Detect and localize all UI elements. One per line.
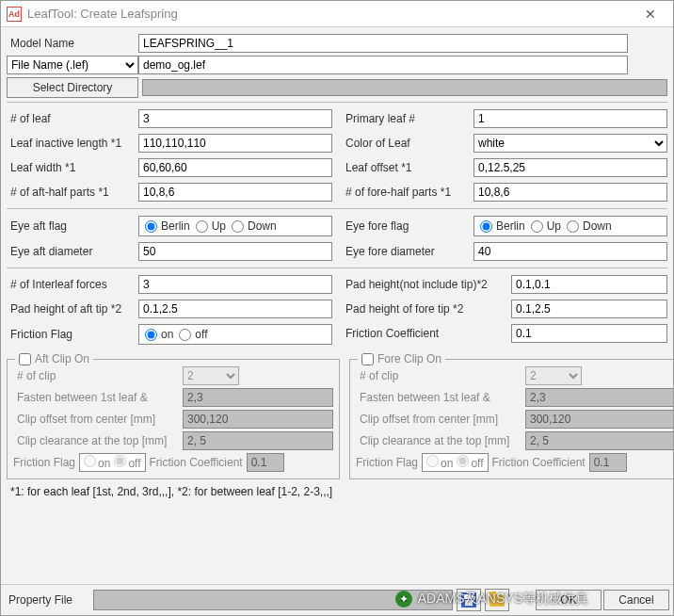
fore-clearance-label: Clip clearance at the top [mm] (356, 434, 525, 447)
dialog-window: Ad LeafTool: Create Leafspring ✕ Model N… (0, 0, 674, 616)
color-leaf-label: Color of Leaf (342, 137, 473, 150)
eye-aft-up-radio[interactable] (196, 220, 208, 233)
aft-clip-friction-coef-input (247, 453, 284, 472)
cancel-button[interactable]: Cancel (603, 590, 669, 610)
eye-fore-dia-input[interactable] (473, 242, 667, 261)
friction-on-radio[interactable] (145, 329, 157, 341)
footnote-text: *1: for each leaf [1st, 2nd, 3rd,,,], *2… (7, 479, 667, 504)
fore-clip-friction-on-radio (426, 455, 439, 467)
interleaf-forces-input[interactable] (138, 275, 332, 294)
fore-clip-friction-off-radio (457, 455, 469, 467)
aft-clearance-input (183, 431, 333, 450)
eye-fore-dia-label: Eye fore diameter (342, 245, 473, 258)
pad-fore-tip-label: Pad height of fore tip *2 (342, 302, 511, 316)
friction-coef-input[interactable] (511, 324, 667, 343)
pad-aft-tip-label: Pad height of aft tip *2 (7, 302, 138, 316)
aft-offset-label: Clip offset from center [mm] (13, 413, 183, 426)
eye-aft-flag-radios[interactable]: Berlin Up Down (138, 216, 332, 236)
aft-clip-checkbox[interactable] (19, 353, 31, 365)
property-file-label: Property File (5, 593, 89, 607)
titlebar: Ad LeafTool: Create Leafspring ✕ (1, 1, 673, 27)
save-button[interactable] (457, 589, 481, 611)
aft-clip-friction-flag-label: Friction Flag (13, 456, 75, 469)
primary-leaf-input[interactable] (473, 109, 667, 128)
fore-clip-checkbox[interactable] (361, 353, 374, 365)
aft-clip-legend: Aft Clip On (35, 352, 89, 365)
friction-flag-radios[interactable]: on off (138, 324, 332, 345)
pad-height-input[interactable] (511, 275, 667, 294)
fore-clip-friction-coef-input (589, 453, 627, 472)
fore-half-parts-label: # of fore-half parts *1 (342, 186, 473, 199)
fore-half-parts-input[interactable] (473, 183, 667, 202)
friction-coef-label: Friction Coefficient (342, 327, 511, 340)
fore-fasten-input (525, 388, 673, 407)
friction-flag-label: Friction Flag (7, 328, 138, 341)
leaf-width-label: Leaf width *1 (7, 161, 138, 174)
fore-offset-label: Clip offset from center [mm] (356, 413, 525, 426)
eye-aft-down-radio[interactable] (232, 220, 244, 233)
dialog-content: Model Name File Name (.lef) Select Direc… (1, 27, 673, 584)
aft-half-parts-label: # of aft-half parts *1 (7, 186, 138, 199)
aft-half-parts-input[interactable] (138, 183, 332, 202)
aft-clip-friction-coef-label: Friction Coefficient (150, 456, 243, 469)
eye-fore-up-radio[interactable] (531, 220, 543, 233)
eye-aft-berlin-radio[interactable] (145, 220, 157, 233)
fore-offset-input (525, 410, 673, 429)
fore-clip-fieldset: Fore Clip On # of clip 2 Fasten between … (349, 359, 673, 479)
primary-leaf-label: Primary leaf # (342, 112, 473, 125)
aft-fasten-input (183, 388, 333, 407)
leaf-offset-input[interactable] (473, 158, 667, 177)
aft-fasten-label: Fasten between 1st leaf & (13, 391, 183, 404)
fore-clip-friction-radios: on off (422, 453, 488, 472)
leaf-offset-label: Leaf offset *1 (342, 161, 473, 174)
model-name-input[interactable] (138, 34, 628, 53)
eye-fore-flag-radios[interactable]: Berlin Up Down (473, 216, 667, 236)
browse-button[interactable] (485, 589, 509, 611)
num-leaf-input[interactable] (138, 109, 332, 128)
select-directory-button[interactable]: Select Directory (7, 77, 138, 98)
file-name-input[interactable] (138, 56, 628, 74)
eye-aft-dia-label: Eye aft diameter (7, 245, 138, 258)
directory-path-display (142, 79, 667, 96)
pad-aft-tip-input[interactable] (138, 300, 332, 318)
interleaf-forces-label: # of Interleaf forces (7, 278, 138, 291)
pad-fore-tip-input[interactable] (511, 300, 667, 318)
eye-fore-berlin-radio[interactable] (480, 220, 492, 233)
eye-fore-down-radio[interactable] (567, 220, 579, 233)
ok-button[interactable]: OK (536, 590, 602, 610)
file-name-select[interactable]: File Name (.lef) (7, 56, 138, 74)
eye-aft-dia-input[interactable] (138, 242, 332, 261)
fore-clip-friction-flag-label: Friction Flag (356, 456, 418, 469)
eye-fore-flag-label: Eye fore flag (342, 219, 473, 233)
eye-aft-flag-label: Eye aft flag (7, 219, 138, 233)
save-icon (461, 592, 476, 608)
aft-offset-input (183, 410, 333, 429)
fore-num-clip-label: # of clip (356, 369, 525, 382)
property-file-input[interactable] (93, 590, 453, 610)
window-title: LeafTool: Create Leafspring (27, 7, 632, 21)
aft-clip-friction-radios: on off (79, 453, 145, 472)
app-logo-icon: Ad (7, 7, 22, 22)
pad-height-label: Pad height(not include tip)*2 (342, 278, 511, 291)
aft-num-clip-label: # of clip (13, 369, 183, 382)
model-name-label: Model Name (7, 35, 138, 52)
fore-clip-legend: Fore Clip On (377, 352, 441, 365)
aft-clearance-label: Clip clearance at the top [mm] (13, 434, 183, 447)
color-leaf-select[interactable]: white (473, 134, 667, 153)
close-icon[interactable]: ✕ (632, 7, 669, 22)
leaf-width-input[interactable] (138, 158, 332, 177)
folder-icon (489, 594, 505, 607)
friction-off-radio[interactable] (179, 329, 191, 341)
bottom-bar: Property File OK Cancel (1, 584, 673, 615)
fore-fasten-label: Fasten between 1st leaf & (356, 391, 525, 404)
aft-clip-fieldset: Aft Clip On # of clip 2 Fasten between 1… (7, 359, 340, 479)
fore-num-clip-select: 2 (525, 366, 582, 385)
inactive-length-input[interactable] (138, 134, 332, 153)
num-leaf-label: # of leaf (7, 112, 138, 125)
aft-clip-friction-off-radio (114, 455, 126, 467)
aft-num-clip-select: 2 (183, 366, 239, 385)
fore-clearance-input (525, 431, 673, 450)
aft-clip-friction-on-radio (84, 455, 96, 467)
fore-clip-friction-coef-label: Friction Coefficient (492, 456, 586, 469)
inactive-length-label: Leaf inactive length *1 (7, 137, 138, 150)
